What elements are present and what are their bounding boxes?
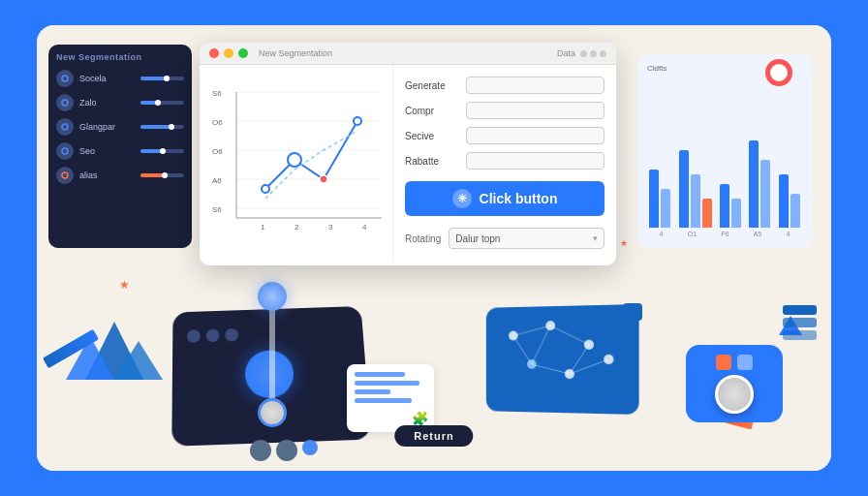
bar-group-5: [779, 174, 800, 228]
card-lines: [355, 372, 426, 403]
sidebar-slider-3[interactable]: [140, 149, 184, 153]
field-label-generate: Generate: [405, 80, 458, 91]
star-icon-1: ★: [119, 278, 130, 292]
bar-orange-2: [702, 199, 712, 228]
small-box-blue: [623, 303, 642, 321]
sidebar-label-4: alias: [79, 170, 135, 180]
sidebar-slider-2[interactable]: [140, 125, 184, 129]
return-label: Return: [394, 425, 473, 447]
svg-text:1: 1: [261, 223, 265, 232]
sidebar-item-seo: Seo: [56, 142, 184, 160]
svg-point-22: [288, 153, 301, 167]
window-minimize-dot[interactable]: [224, 48, 233, 58]
field-input-rabatte[interactable]: [466, 152, 604, 170]
device-btn-2[interactable]: [206, 329, 220, 343]
dialog-window: New Segmentation Data: [200, 43, 616, 265]
cylinder-1: [250, 440, 271, 461]
stack-group: [783, 305, 817, 340]
sidebar-icon-1: [56, 94, 74, 111]
dropdown-value: Dalur topn: [455, 233, 500, 244]
dialog-title-left: New Segmentation: [259, 48, 552, 58]
click-button[interactable]: ✳ Click button: [405, 181, 604, 216]
bar-x-4: A5: [754, 231, 762, 237]
window-maximize-dot[interactable]: [238, 48, 248, 58]
bar-group-4: [749, 140, 770, 228]
svg-point-24: [354, 117, 361, 125]
sidebar-label-3: Seo: [79, 146, 135, 156]
bar-chart-inner: [647, 82, 802, 228]
field-input-generate[interactable]: [466, 77, 604, 94]
svg-line-35: [550, 326, 589, 346]
sidebar-icon-2: [56, 118, 74, 136]
card-line-4: [355, 398, 412, 403]
dropdown-select[interactable]: Dalur topn ▾: [449, 228, 604, 249]
bar-x-5: 4: [786, 231, 790, 237]
notification-badge: [765, 59, 792, 86]
sidebar-title: New Segmentation: [56, 52, 184, 62]
dialog-titlebar: New Segmentation Data: [200, 43, 616, 65]
track-circle-bottom[interactable]: [258, 398, 287, 427]
device-btn-3[interactable]: [225, 328, 238, 342]
svg-text:S6: S6: [212, 205, 222, 214]
svg-point-23: [320, 175, 327, 183]
card-line-2: [355, 381, 419, 386]
window-close-dot[interactable]: [209, 48, 219, 58]
vertical-track: [269, 296, 275, 413]
sidebar-icon-3: [56, 142, 74, 160]
svg-line-36: [532, 364, 570, 374]
svg-line-39: [532, 326, 550, 364]
field-row-compr: Compr: [405, 102, 604, 119]
field-row-generate: Generate: [405, 77, 604, 94]
puzzle-icon: 🧩: [412, 411, 428, 426]
bar-light-5: [790, 194, 800, 228]
cylinder-3: [302, 440, 318, 455]
click-button-label: Click button: [480, 191, 558, 206]
field-input-secive[interactable]: [466, 127, 604, 144]
star-icon-2: ★: [620, 238, 628, 248]
sidebar-icon-4: [56, 167, 74, 184]
dialog-extra-controls: [580, 50, 606, 57]
sidebar-item-socela: Socela: [56, 70, 184, 87]
field-row-secive: Secive: [405, 127, 604, 144]
bar-light-3: [731, 199, 741, 228]
svg-point-30: [584, 340, 594, 350]
chart-area: S6 O6 O6 A6 S6 1 2 3 4: [200, 65, 393, 261]
bar-blue-4: [749, 140, 759, 228]
field-row-rabatte: Rabatte: [405, 152, 604, 170]
bar-blue-2: [679, 150, 689, 228]
field-input-compr[interactable]: [466, 102, 604, 119]
bar-group-1: [649, 170, 670, 228]
field-label-secive: Secive: [405, 131, 458, 141]
cylinder-shapes: [250, 440, 318, 461]
sidebar-slider-0[interactable]: [140, 77, 184, 80]
sidebar-slider-4[interactable]: [140, 173, 184, 177]
bar-chart-x-labels: 4 O1 F6 A5 4: [647, 231, 802, 237]
svg-text:O6: O6: [212, 118, 223, 127]
svg-point-21: [262, 185, 269, 193]
sidebar-item-alias: alias: [56, 167, 184, 184]
bar-blue-3: [720, 184, 729, 228]
cylinder-2: [276, 440, 297, 461]
knob-btn-orange[interactable]: [716, 355, 731, 370]
svg-line-37: [570, 359, 608, 374]
sidebar-item-glangpar: Glangpar: [56, 118, 184, 136]
sidebar-slider-1[interactable]: [140, 101, 184, 105]
knob-circle[interactable]: [715, 375, 754, 414]
field-label-compr: Compr: [405, 106, 458, 116]
stack-item-2: [783, 318, 817, 327]
track-circle-top[interactable]: [258, 282, 287, 311]
svg-point-0: [62, 76, 68, 81]
device-btn-1[interactable]: [187, 329, 201, 343]
svg-point-2: [62, 124, 68, 130]
svg-text:O6: O6: [212, 147, 223, 156]
dialog-title-right: Data: [557, 48, 575, 58]
bottom-row: Rotating Dalur topn ▾: [405, 228, 604, 249]
knob-btn-blue[interactable]: [737, 355, 753, 370]
right-panel: Generate Compr Secive Rabatte: [393, 65, 616, 261]
svg-text:S6: S6: [212, 89, 222, 98]
click-button-icon: ✳: [452, 189, 472, 208]
small-card: 🧩: [347, 364, 434, 432]
bar-light-1: [661, 189, 670, 228]
svg-text:4: 4: [362, 223, 367, 232]
bar-blue-5: [779, 174, 789, 228]
